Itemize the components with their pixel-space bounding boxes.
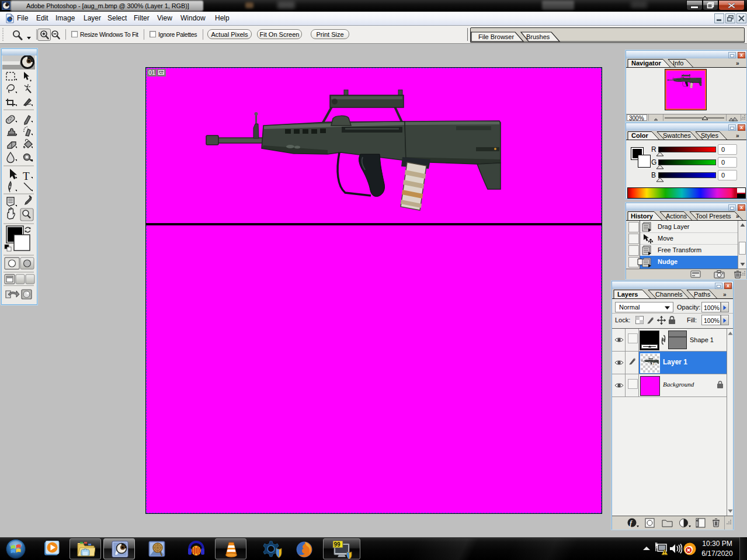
svg-text:Navigator: Navigator — [631, 60, 661, 67]
svg-text:T: T — [23, 170, 30, 182]
svg-text:Layers: Layers — [617, 291, 638, 298]
svg-text:Channels: Channels — [655, 291, 683, 298]
svg-text:Styles: Styles — [701, 132, 718, 139]
svg-text:Brushes: Brushes — [526, 33, 550, 40]
svg-text:History: History — [631, 213, 654, 220]
svg-text:99: 99 — [334, 541, 341, 548]
svg-text:File Browser: File Browser — [478, 33, 514, 40]
svg-text:Actions: Actions — [666, 213, 687, 220]
svg-text:Swatches: Swatches — [663, 132, 691, 139]
svg-text:Paths: Paths — [694, 291, 711, 298]
svg-text:Tool Presets: Tool Presets — [696, 213, 731, 220]
svg-text:Info: Info — [673, 60, 683, 67]
svg-text:Color: Color — [631, 132, 648, 139]
